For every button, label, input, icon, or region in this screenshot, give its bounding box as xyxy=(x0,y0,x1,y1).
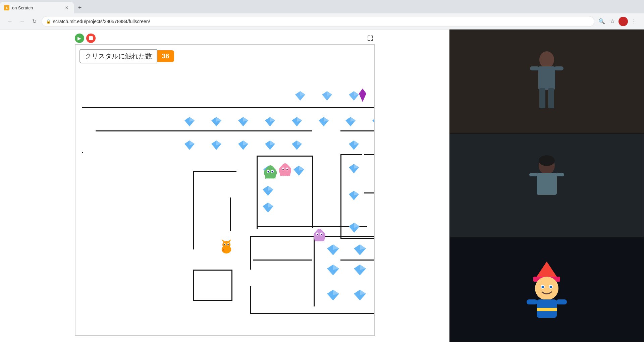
bookmark-icon[interactable]: ☆ xyxy=(608,17,617,26)
gem-r3-3 xyxy=(238,140,248,150)
wall-bottom-long xyxy=(250,313,375,314)
svg-rect-166 xyxy=(537,308,557,311)
svg-point-126 xyxy=(222,241,230,248)
forward-button[interactable]: → xyxy=(17,17,27,26)
gem-center-3 xyxy=(263,186,273,196)
browser-window: S on Scratch ✕ + ← → ↻ 🔒 scratch.mit.edu… xyxy=(0,0,644,342)
score-display: クリスタルに触れた数 36 xyxy=(79,49,174,63)
reload-button[interactable]: ↻ xyxy=(30,17,39,26)
game-wrapper: ▶ クリス xyxy=(68,32,382,336)
wall-v-center xyxy=(257,156,258,229)
profile-icon[interactable] xyxy=(619,17,628,26)
toolbar-right: 🔍 ☆ ⋮ xyxy=(597,17,639,26)
gem-center-4 xyxy=(263,203,273,213)
svg-marker-158 xyxy=(537,262,557,277)
stop-button[interactable] xyxy=(86,34,96,43)
svg-marker-27 xyxy=(372,117,375,126)
extensions-icon[interactable]: ⋮ xyxy=(629,17,639,26)
svg-point-145 xyxy=(317,234,318,235)
wall-h-lower2 xyxy=(340,260,375,261)
back-button[interactable]: ← xyxy=(5,17,15,26)
controls-left: ▶ xyxy=(75,34,96,43)
ghost-purple-sprite xyxy=(314,228,325,242)
gem-r3-7 xyxy=(349,140,359,150)
game-avatar xyxy=(520,260,574,320)
wall-v-bottom-m xyxy=(314,236,315,306)
wall-box-right xyxy=(231,270,232,301)
wall-h-right-bot xyxy=(340,238,375,239)
gem-r3-2 xyxy=(211,140,221,150)
wall-h1 xyxy=(96,130,312,131)
new-tab-button[interactable]: + xyxy=(75,3,85,12)
controls-row: ▶ xyxy=(75,32,375,44)
controls-right xyxy=(366,34,375,43)
svg-point-131 xyxy=(224,244,225,245)
address-bar: ← → ↻ 🔒 scratch.mit.edu/projects/3805789… xyxy=(0,13,644,30)
wall-h-right-top xyxy=(340,154,362,155)
gem-r3-1 xyxy=(184,140,195,150)
gem-r2-3 xyxy=(238,117,248,126)
gem-vbot-2 xyxy=(354,290,366,300)
tab-close-button[interactable]: ✕ xyxy=(64,5,70,11)
svg-point-138 xyxy=(271,171,273,173)
gem-r2-7 xyxy=(345,117,356,126)
tab-favicon: S xyxy=(4,5,9,10)
gem-top-2 xyxy=(322,91,332,101)
wall-vbottom xyxy=(250,286,251,313)
gem-vbot-1 xyxy=(327,290,339,300)
active-tab[interactable]: S on Scratch ✕ xyxy=(0,2,74,13)
svg-point-146 xyxy=(321,234,322,235)
gem-top-3 xyxy=(349,91,359,101)
green-flag-button[interactable]: ▶ xyxy=(75,34,84,43)
tab-bar: S on Scratch ✕ + xyxy=(0,0,644,13)
wall-h-lower1 xyxy=(253,260,312,261)
gem-r2-5 xyxy=(292,117,302,126)
search-icon[interactable]: 🔍 xyxy=(597,17,606,26)
wall-v-left2 xyxy=(193,197,194,249)
gem-r2-2 xyxy=(211,117,221,126)
svg-rect-157 xyxy=(556,173,564,176)
svg-rect-150 xyxy=(554,66,564,70)
gem-r2-1 xyxy=(184,117,195,126)
purple-gem-top xyxy=(359,89,366,103)
wall-h-mid xyxy=(193,171,236,172)
gem-r3-5 xyxy=(292,140,302,150)
svg-rect-167 xyxy=(527,299,537,304)
wall-v-center-r xyxy=(312,156,313,228)
wall-v-bottom-l xyxy=(250,236,251,270)
svg-point-137 xyxy=(267,171,269,173)
wall-h-right2 xyxy=(364,154,375,155)
tab-title: on Scratch xyxy=(12,5,61,10)
wall-v-mid xyxy=(230,197,231,231)
wall-box-bot xyxy=(193,300,231,301)
person-silhouette-2 xyxy=(527,152,567,219)
wall-h-bottom1 xyxy=(250,236,375,237)
score-label: クリスタルに触れた数 xyxy=(79,49,157,63)
wall-h1b xyxy=(340,130,375,131)
wall-v-left xyxy=(193,171,194,197)
svg-point-147 xyxy=(539,51,554,68)
svg-rect-149 xyxy=(530,66,539,70)
video-feed-1 xyxy=(449,30,644,134)
ghost-pink-sprite xyxy=(279,162,291,176)
video-feed-3 xyxy=(449,238,644,342)
score-value: 36 xyxy=(157,50,174,62)
svg-rect-152 xyxy=(548,88,554,108)
video-panel xyxy=(449,30,644,342)
main-content: ▶ クリス xyxy=(0,30,644,342)
gem-lower-1 xyxy=(349,223,360,233)
ghost-green-sprite xyxy=(264,164,277,179)
person-silhouette-1 xyxy=(527,48,567,115)
video-feed-2 xyxy=(449,134,644,238)
svg-rect-151 xyxy=(539,88,545,108)
svg-point-163 xyxy=(542,286,544,288)
wall-top xyxy=(82,107,375,108)
url-bar[interactable]: 🔒 scratch.mit.edu/projects/380578984/ful… xyxy=(42,16,594,27)
svg-point-141 xyxy=(282,169,284,170)
gem-r2-8 xyxy=(372,117,375,126)
gem-botrow2-2 xyxy=(354,265,366,275)
fullscreen-button[interactable] xyxy=(366,34,375,43)
wall-left-top xyxy=(82,152,83,153)
game-canvas[interactable]: クリスタルに触れた数 36 xyxy=(75,44,375,336)
svg-rect-156 xyxy=(529,173,538,176)
